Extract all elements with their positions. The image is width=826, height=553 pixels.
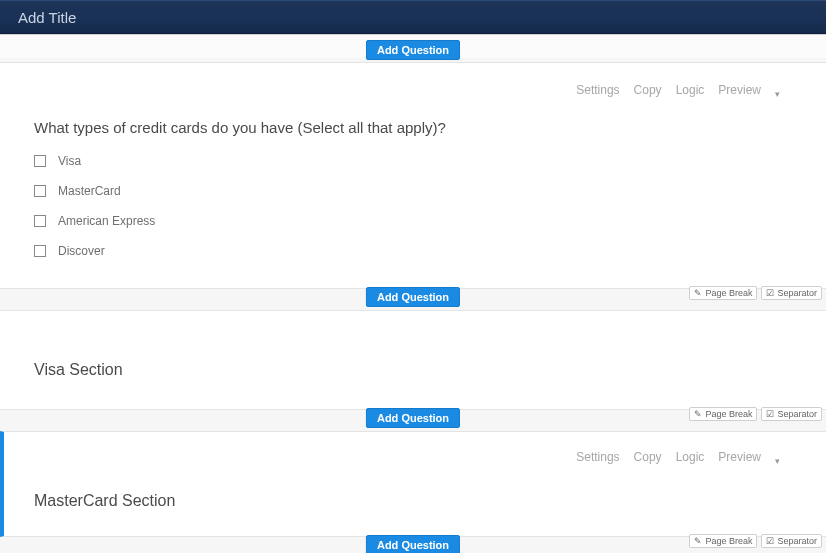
separator-button[interactable]: ☑ Separator (761, 407, 822, 421)
add-question-button[interactable]: Add Question (366, 535, 460, 553)
insert-row: Add Question ✎ Page Break ☑ Separator (0, 288, 826, 306)
option-label: MasterCard (58, 184, 121, 198)
toolbar-preview[interactable]: Preview (718, 450, 761, 464)
option-row[interactable]: American Express (34, 214, 792, 228)
question-card[interactable]: Settings Copy Logic Preview ▾ What types… (0, 62, 826, 289)
add-question-button[interactable]: Add Question (366, 408, 460, 428)
toolbar-preview[interactable]: Preview (718, 83, 761, 97)
chevron-down-icon[interactable]: ▾ (775, 456, 780, 466)
section-toolbar: Settings Copy Logic Preview ▾ (576, 450, 780, 464)
option-row[interactable]: MasterCard (34, 184, 792, 198)
add-question-button[interactable]: Add Question (366, 287, 460, 307)
option-label: Discover (58, 244, 105, 258)
separator-icon: ☑ (766, 537, 774, 546)
add-question-button[interactable]: Add Question (366, 40, 460, 60)
insert-row: Add Question ✎ Page Break ☑ Separator (0, 409, 826, 427)
question-toolbar: Settings Copy Logic Preview ▾ (576, 83, 780, 97)
page-break-icon: ✎ (694, 289, 702, 298)
page-break-icon: ✎ (694, 537, 702, 546)
toolbar-copy[interactable]: Copy (634, 450, 662, 464)
toolbar-copy[interactable]: Copy (634, 83, 662, 97)
section-card-visa[interactable]: Visa Section (0, 310, 826, 410)
toolbar-settings[interactable]: Settings (576, 450, 619, 464)
option-label: American Express (58, 214, 155, 228)
section-title[interactable]: Visa Section (34, 361, 792, 379)
section-title[interactable]: MasterCard Section (34, 492, 792, 510)
question-text[interactable]: What types of credit cards do you have (… (34, 119, 792, 136)
page-break-button[interactable]: ✎ Page Break (689, 534, 757, 548)
page-break-button[interactable]: ✎ Page Break (689, 407, 757, 421)
separator-button[interactable]: ☑ Separator (761, 534, 822, 548)
survey-title-placeholder: Add Title (18, 9, 76, 26)
toolbar-settings[interactable]: Settings (576, 83, 619, 97)
separator-button[interactable]: ☑ Separator (761, 286, 822, 300)
survey-title-bar[interactable]: Add Title (0, 0, 826, 34)
option-row[interactable]: Visa (34, 154, 792, 168)
separator-icon: ☑ (766, 289, 774, 298)
chevron-down-icon[interactable]: ▾ (775, 89, 780, 99)
insert-row: Add Question ✎ Page Break ☑ Separator (0, 536, 826, 553)
option-label: Visa (58, 154, 81, 168)
checkbox-icon[interactable] (34, 185, 46, 197)
toolbar-logic[interactable]: Logic (676, 450, 705, 464)
checkbox-icon[interactable] (34, 215, 46, 227)
checkbox-icon[interactable] (34, 245, 46, 257)
section-card-mastercard-selected[interactable]: Settings Copy Logic Preview ▾ MasterCard… (0, 431, 826, 537)
checkbox-icon[interactable] (34, 155, 46, 167)
option-row[interactable]: Discover (34, 244, 792, 258)
toolbar-logic[interactable]: Logic (676, 83, 705, 97)
separator-icon: ☑ (766, 410, 774, 419)
page-break-icon: ✎ (694, 410, 702, 419)
top-add-row: Add Question (0, 34, 826, 58)
page-break-button[interactable]: ✎ Page Break (689, 286, 757, 300)
